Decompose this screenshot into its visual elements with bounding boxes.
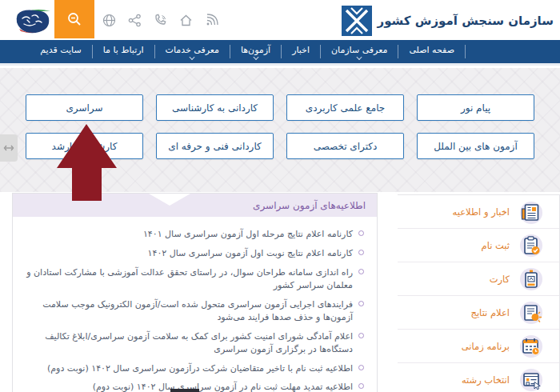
rss-icon[interactable] — [205, 14, 218, 27]
organization-brand[interactable]: سازمان سنجش آموزش کشور — [342, 5, 554, 37]
announcement-link[interactable]: کارنامه اعلام نتایج نوبت اول آزمون سراسر… — [19, 247, 364, 260]
sidebar-item-registration[interactable]: ثبت نام — [398, 229, 559, 262]
nav-item-contact[interactable]: ارتباط با ما — [93, 45, 155, 58]
main-navigation: صفحه اصلی معرفی سازمان اخبار آزمون‌ها مع… — [0, 40, 560, 66]
announcement-link[interactable]: فرایندهای اجرایی آزمون سراسری متحول شده … — [19, 298, 364, 324]
notch-decoration — [149, 194, 190, 206]
organization-logo-icon — [342, 6, 372, 36]
chevron-down-icon — [357, 54, 362, 60]
announcement-text: اعلام آمادگی شورای امنیت کشور برای کمک ب… — [19, 330, 353, 356]
exam-button-payame-noor[interactable]: پیام نور — [417, 94, 534, 121]
circle-bullet-icon — [358, 301, 364, 306]
home-icon[interactable] — [179, 14, 193, 27]
nav-label: معرفی سازمان — [331, 45, 387, 55]
phone-icon[interactable] — [154, 14, 167, 27]
announcements-card: اطلاعیه‌های آزمون سراسری کارنامه اعلام ن… — [12, 193, 378, 392]
sidebar-item-label: اعلام نتایج — [471, 307, 510, 318]
calendar-clock-icon — [518, 333, 545, 360]
exam-buttons-grid: پیام نور جامع علمی کاربردی کاردانی به کا… — [26, 94, 534, 159]
announcement-link[interactable]: اعلام آمادگی شورای امنیت کشور برای کمک ب… — [19, 330, 364, 356]
announcement-text: کارنامه اعلام نتایج مرحله اول آزمون سراس… — [143, 228, 353, 241]
announcements-header: اطلاعیه‌های آزمون سراسری — [13, 194, 377, 217]
exam-button-associate-to-bachelor[interactable]: کاردانی به کارشناسی — [156, 94, 274, 121]
organization-name: سازمان سنجش آموزش کشور — [378, 14, 554, 28]
announcement-link[interactable]: اطلاعیه ثبت نام با تاخیر متقاضیان شرکت د… — [19, 362, 364, 375]
exam-button-national-entrance[interactable]: سراسری — [26, 94, 143, 121]
nav-item-news[interactable]: اخبار — [282, 45, 321, 58]
results-announcement-icon — [518, 299, 545, 326]
nav-label: ارتباط با ما — [103, 45, 144, 55]
nav-item-home[interactable]: صفحه اصلی — [398, 45, 466, 58]
circle-bullet-icon — [358, 230, 364, 236]
nav-item-old-site[interactable]: سایت قدیم — [30, 45, 92, 58]
sidebar-item-results[interactable]: اعلام نتایج — [398, 296, 559, 330]
sidebar-item-label: کارت — [490, 274, 510, 285]
id-card-icon — [518, 266, 545, 293]
newspaper-icon — [518, 198, 545, 226]
circle-bullet-icon — [358, 365, 364, 370]
sidebar-item-label: اخبار و اطلاعیه — [453, 206, 510, 218]
circle-bullet-icon — [358, 250, 364, 255]
nav-label: صفحه اصلی — [409, 45, 454, 55]
nav-label: سایت قدیم — [40, 45, 81, 55]
site-emblem-icon — [11, 4, 54, 39]
registration-clipboard-icon — [518, 232, 545, 259]
nav-item-exams[interactable]: آزمون‌ها — [230, 45, 282, 58]
circle-bullet-icon — [358, 333, 364, 338]
announcement-text: اطلاعیه ثبت نام با تاخیر متقاضیان شرکت د… — [47, 362, 353, 375]
chevron-down-icon — [190, 54, 195, 60]
header-quick-icons — [102, 14, 218, 27]
announcements-title: اطلاعیه‌های آزمون سراسری — [253, 200, 366, 211]
share-icon[interactable] — [128, 14, 142, 27]
partial-element-below-fold — [170, 389, 199, 392]
exam-button-international-exams[interactable]: آزمون های بین الملل — [417, 133, 534, 159]
site-emblem-logo[interactable] — [11, 4, 54, 39]
exam-button-masters[interactable]: کارشناسی ارشد — [26, 133, 143, 159]
announcement-text: اطلاعیه تمدید مهلت ثبت نام در آزمون سراس… — [93, 381, 353, 392]
circle-bullet-icon — [358, 383, 364, 389]
announcement-link[interactable]: راه اندازی سامانه طراحان سوال، در راستای… — [19, 266, 364, 292]
globe-icon[interactable] — [102, 14, 116, 27]
exam-button-applied-science[interactable]: جامع علمی کاربردی — [286, 94, 404, 121]
nav-item-services[interactable]: معرفی خدمات — [155, 45, 230, 58]
exam-button-phd[interactable]: دکترای تخصصی — [286, 133, 404, 159]
sidebar-item-label: ثبت نام — [482, 240, 510, 251]
accessibility-widget-tab[interactable] — [0, 134, 18, 162]
arrows-icon — [3, 142, 14, 154]
page: { "colors": { "navbar_navy": "#1b4f87", … — [0, 0, 560, 392]
quick-services-menu: اخبار و اطلاعیه ثبت نام کارت — [398, 194, 560, 392]
announcement-text: کارنامه اعلام نتایج نوبت اول آزمون سراسر… — [148, 247, 353, 260]
exam-button-technical-associate[interactable]: کاردانی فنی و حرفه ای — [156, 133, 274, 159]
nav-label: اخبار — [292, 45, 310, 55]
announcement-text: راه اندازی سامانه طراحان سوال، در راستای… — [19, 266, 353, 292]
nav-item-about-organization[interactable]: معرفی سازمان — [321, 45, 398, 58]
search-button[interactable] — [54, 0, 94, 38]
top-header: سازمان سنجش آموزش کشور — [0, 0, 560, 40]
sidebar-item-label: برنامه زمانی — [462, 341, 510, 352]
announcement-text: فرایندهای اجرایی آزمون سراسری متحول شده … — [19, 298, 353, 324]
chevron-down-icon — [253, 54, 258, 60]
circle-bullet-icon — [358, 269, 364, 274]
major-selection-icon — [518, 366, 545, 392]
sidebar-item-label: انتخاب رشته — [462, 374, 510, 386]
nav-label: معرفی خدمات — [166, 45, 219, 55]
sidebar-item-exam-card[interactable]: کارت — [398, 262, 559, 296]
search-icon — [66, 10, 83, 28]
sidebar-item-schedule[interactable]: برنامه زمانی — [398, 330, 559, 363]
sidebar-item-news[interactable]: اخبار و اطلاعیه — [398, 195, 559, 229]
sidebar-item-major-selection[interactable]: انتخاب رشته — [398, 363, 559, 392]
content-area: اطلاعیه‌های آزمون سراسری کارنامه اعلام ن… — [0, 192, 560, 392]
announcement-link[interactable]: کارنامه اعلام نتایج مرحله اول آزمون سراس… — [19, 228, 364, 241]
announcements-list: کارنامه اعلام نتایج مرحله اول آزمون سراس… — [13, 217, 377, 392]
